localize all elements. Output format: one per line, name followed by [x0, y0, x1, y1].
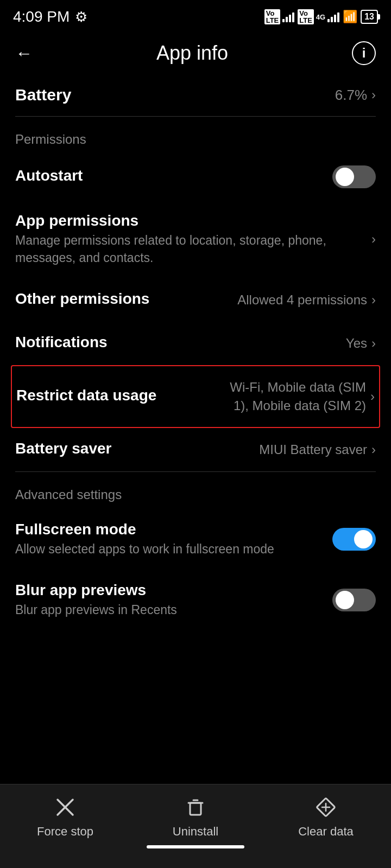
other-permissions-chevron-icon: ›	[371, 292, 376, 308]
autostart-label: Autostart	[15, 167, 83, 184]
bottom-actions: Force stop Uninstall Clear d	[0, 794, 391, 839]
restrict-data-usage-row[interactable]: Restrict data usage Wi-Fi, Mobile data (…	[11, 365, 380, 427]
fullscreen-mode-toggle[interactable]	[332, 528, 376, 551]
page-title: App info	[156, 42, 228, 65]
notifications-chevron-icon: ›	[371, 336, 376, 351]
restrict-data-left: Restrict data usage	[16, 387, 223, 406]
other-permissions-value-group: Allowed 4 permissions ›	[237, 292, 376, 308]
fullscreen-mode-toggle-thumb	[354, 530, 373, 548]
notifications-title: Notifications	[15, 334, 108, 351]
signal-group-2: VoLTE 4G	[298, 9, 339, 24]
volte-badge-2: VoLTE	[298, 9, 314, 24]
fullscreen-mode-title: Fullscreen mode	[15, 521, 324, 538]
status-bar: 4:09 PM ⚙ VoLTE VoLTE 4G 📶	[0, 0, 391, 30]
blur-app-left: Blur app previews Blur app previews in R…	[15, 582, 332, 618]
fullscreen-mode-left: Fullscreen mode Allow selected apps to w…	[15, 521, 332, 558]
permissions-section-label: Permissions	[15, 117, 376, 154]
volte-badge-1: VoLTE	[264, 9, 281, 24]
blur-app-subtitle: Blur app previews in Recents	[15, 601, 324, 618]
other-permissions-title: Other permissions	[15, 290, 149, 308]
blur-app-title: Blur app previews	[15, 582, 324, 599]
signal-bars-1	[282, 11, 294, 22]
app-permissions-title: App permissions	[15, 212, 363, 229]
battery-chevron-icon: ›	[371, 87, 376, 103]
uninstall-icon	[182, 794, 209, 820]
battery-row[interactable]: Battery 6.7% ›	[15, 74, 376, 116]
wifi-icon: 📶	[343, 10, 357, 24]
app-permissions-row[interactable]: App permissions Manage permissions relat…	[15, 200, 376, 278]
uninstall-button[interactable]: Uninstall	[163, 794, 228, 839]
restrict-data-chevron-icon: ›	[370, 389, 375, 404]
signal-group-1: VoLTE	[264, 9, 295, 24]
force-stop-button[interactable]: Force stop	[33, 794, 98, 839]
notifications-row[interactable]: Notifications Yes ›	[15, 322, 376, 365]
force-stop-label: Force stop	[37, 825, 93, 839]
battery-saver-title: Battery saver	[15, 440, 111, 457]
clear-data-icon	[313, 794, 339, 820]
battery-saver-row[interactable]: Battery saver MIUI Battery saver ›	[15, 428, 376, 471]
time-text: 4:09 PM	[13, 8, 70, 25]
restrict-data-title: Restrict data usage	[16, 387, 214, 404]
home-indicator	[147, 845, 244, 848]
battery-label: Battery	[15, 86, 71, 104]
content-area: Battery 6.7% › Permissions Autostart App…	[0, 74, 391, 717]
force-stop-icon	[52, 794, 78, 820]
restrict-data-value: Wi-Fi, Mobile data (SIM 1), Mobile data …	[223, 378, 366, 414]
app-permissions-chevron-icon: ›	[371, 232, 376, 247]
svg-rect-2	[190, 803, 201, 815]
battery-level: 13	[364, 12, 374, 22]
battery-saver-chevron-icon: ›	[371, 442, 376, 457]
blur-app-previews-row[interactable]: Blur app previews Blur app previews in R…	[15, 570, 376, 630]
autostart-row[interactable]: Autostart	[15, 154, 376, 200]
battery-value-group: 6.7% ›	[335, 87, 376, 104]
fullscreen-mode-subtitle: Allow selected apps to work in fullscree…	[15, 540, 324, 558]
clear-data-button[interactable]: Clear data	[293, 794, 358, 839]
bottom-bar: Force stop Uninstall Clear d	[0, 784, 391, 868]
status-time: 4:09 PM ⚙	[13, 8, 87, 25]
fullscreen-mode-row[interactable]: Fullscreen mode Allow selected apps to w…	[15, 509, 376, 570]
battery-indicator: 13	[361, 10, 378, 24]
other-permissions-value: Allowed 4 permissions	[237, 292, 367, 308]
autostart-toggle-thumb	[336, 168, 354, 186]
notifications-value: Yes	[346, 336, 367, 351]
blur-app-toggle[interactable]	[332, 589, 376, 611]
notifications-value-group: Yes ›	[346, 336, 376, 351]
app-permissions-subtitle: Manage permissions related to location, …	[15, 232, 363, 266]
back-button[interactable]: ←	[15, 43, 33, 63]
uninstall-label: Uninstall	[173, 825, 218, 839]
status-icons: VoLTE VoLTE 4G 📶 13	[264, 9, 378, 24]
battery-value: 6.7%	[335, 87, 367, 104]
app-header: ← App info i	[0, 33, 391, 74]
app-permissions-left: App permissions Manage permissions relat…	[15, 212, 371, 266]
autostart-toggle[interactable]	[332, 165, 376, 188]
settings-gear-icon: ⚙	[75, 9, 87, 25]
other-permissions-row[interactable]: Other permissions Allowed 4 permissions …	[15, 278, 376, 322]
info-button[interactable]: i	[352, 41, 376, 65]
clear-data-label: Clear data	[298, 825, 354, 839]
signal-bars-2	[327, 11, 339, 22]
restrict-data-value-group: Wi-Fi, Mobile data (SIM 1), Mobile data …	[223, 378, 375, 414]
battery-saver-value: MIUI Battery saver	[259, 442, 367, 457]
battery-saver-value-group: MIUI Battery saver ›	[259, 442, 376, 457]
blur-app-toggle-thumb	[336, 591, 354, 609]
lte-badge: 4G	[316, 13, 325, 21]
advanced-settings-label: Advanced settings	[15, 472, 376, 509]
